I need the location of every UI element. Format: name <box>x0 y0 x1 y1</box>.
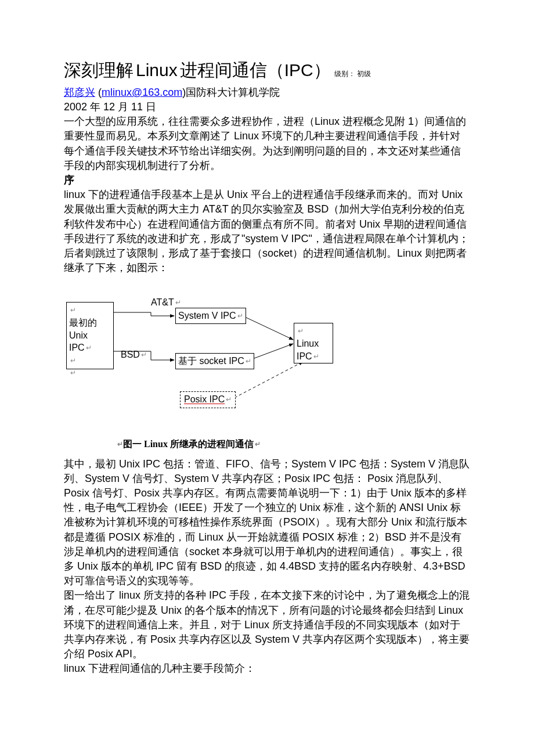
publish-date: 2002 年 12 月 11 日 <box>64 100 470 114</box>
diagram-box-systemv-ipc: System V IPC↵ <box>175 308 246 324</box>
email-link[interactable]: mlinux@163.com <box>102 87 182 98</box>
paragraph-3: 图一给出了 linux 所支持的各种 IPC 手段，在本文接下来的讨论中，为了避… <box>64 588 470 661</box>
author-link[interactable]: 郑彦兴 <box>64 87 95 98</box>
return-icon: ↵ <box>117 440 123 448</box>
return-icon: ↵ <box>237 312 243 320</box>
paragraph-2: 其中，最初 Unix IPC 包括：管道、FIFO、信号；System V IP… <box>64 457 470 589</box>
title-paren-open: （ <box>267 60 284 80</box>
document-page: 深刻理解Linux进程间通信（IPC）级别： 初级 郑彦兴 (mlinux@16… <box>0 0 534 756</box>
box-left-line1: 最初的 <box>69 318 97 327</box>
box-left-line2: Unix <box>69 330 88 340</box>
title-prefix: 深刻理解 <box>64 60 134 80</box>
box-left-line3: IPC <box>69 343 85 352</box>
diagram-box-socket-ipc: 基于 socket IPC↵ <box>175 353 254 369</box>
byline: 郑彦兴 (mlinux@163.com)国防科大计算机学院 <box>64 85 470 100</box>
return-icon: ↵ <box>141 351 147 359</box>
diagram-box-linux-ipc: ↵ Linux IPC↵ <box>294 323 333 363</box>
diagram-label-bsd: BSD↵ <box>121 348 147 361</box>
affiliation: 国防科大计算机学院 <box>186 87 280 98</box>
return-icon: ↵ <box>298 327 304 335</box>
box-linux-line2: IPC <box>297 351 312 361</box>
return-icon: ↵ <box>246 357 251 365</box>
box-linux-line1: Linux <box>297 339 319 348</box>
diagram-canvas: ↵ 最初的 Unix IPC↵ ↵ ↵ AT&T↵ System V IPC↵ … <box>64 285 342 435</box>
diagram-caption: ↵图一 Linux 所继承的进程间通信↵ <box>116 438 470 451</box>
return-icon: ↵ <box>86 344 92 352</box>
return-icon: ↵ <box>70 357 76 365</box>
paragraph-1: linux 下的进程通信手段基本上是从 Unix 平台上的进程通信手段继承而来的… <box>64 188 470 275</box>
return-icon: ↵ <box>226 395 232 404</box>
section-heading: 序 <box>64 173 470 188</box>
title-paren-close: ） <box>313 60 331 80</box>
diagram-box-original-unix-ipc: ↵ 最初的 Unix IPC↵ ↵ ↵ <box>66 302 114 369</box>
diagram-box-posix-ipc: Posix IPC↵ <box>180 391 236 408</box>
title-mid: 进程间通信 <box>180 60 267 80</box>
title-latin: Linux <box>136 60 178 80</box>
return-icon: ↵ <box>70 369 76 377</box>
intro-paragraph: 一个大型的应用系统，往往需要众多进程协作，进程（Linux 进程概念见附 1）间… <box>64 114 470 173</box>
title-meta: 级别： 初级 <box>334 70 371 78</box>
title-abbr: IPC <box>284 60 313 80</box>
diagram-figure: ↵ 最初的 Unix IPC↵ ↵ ↵ AT&T↵ System V IPC↵ … <box>64 285 470 451</box>
paragraph-4: linux 下进程间通信的几种主要手段简介： <box>64 661 470 676</box>
return-icon: ↵ <box>255 440 261 448</box>
return-icon: ↵ <box>313 352 319 361</box>
return-icon: ↵ <box>175 298 181 307</box>
title: 深刻理解Linux进程间通信（IPC）级别： 初级 <box>64 58 470 82</box>
byline-paren-open: ( <box>95 87 102 98</box>
return-icon: ↵ <box>70 306 76 314</box>
